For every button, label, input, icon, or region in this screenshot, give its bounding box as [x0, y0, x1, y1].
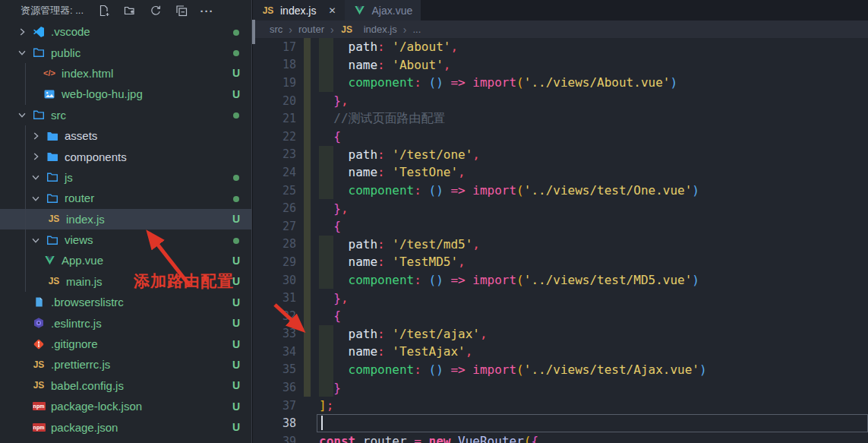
code-line-33[interactable]: 33 path: '/test/ajax',: [253, 325, 868, 343]
more-button[interactable]: ···: [200, 5, 213, 17]
editor-tabs: JSindex.js✕Ajax.vue: [253, 0, 868, 21]
code-line-34[interactable]: 34 name: 'TestAjax',: [253, 343, 868, 361]
tree-item-label: components: [65, 150, 127, 163]
image-icon: [43, 87, 56, 101]
code-line-29[interactable]: 29 name: 'TestMD5',: [253, 253, 868, 271]
chevron-right-icon[interactable]: [15, 25, 29, 39]
tree-item-views[interactable]: views: [0, 229, 251, 250]
vscode-icon: [32, 25, 46, 39]
code-line-17[interactable]: 17 path: '/about',: [253, 38, 868, 56]
tab-index.js[interactable]: JSindex.js✕: [253, 0, 345, 21]
folder-open-icon: [46, 191, 59, 205]
sidebar-scrollbar-thumb[interactable]: [252, 20, 255, 44]
tab-label: index.js: [280, 5, 316, 17]
chevron-down-icon[interactable]: [29, 233, 43, 247]
code-line-28[interactable]: 28 path: '/test/md5',: [253, 236, 868, 254]
code-line-32[interactable]: 32 {: [253, 307, 868, 325]
tree-item-src[interactable]: src: [0, 105, 251, 125]
code-area[interactable]: 17 path: '/about',18 name: 'About',19 co…: [253, 38, 868, 443]
tree-item-label: babel.config.js: [51, 379, 124, 392]
tree-item-web-logo-hu.jpg[interactable]: web-logo-hu.jpgU: [0, 84, 251, 104]
code-line-24[interactable]: 24 name: 'TestOne',: [253, 163, 868, 182]
tree-item-App.vue[interactable]: App.vueU: [0, 250, 251, 271]
folder-icon: [46, 129, 59, 143]
untracked-badge: U: [228, 420, 245, 434]
tree-item-index.js[interactable]: JSindex.jsU: [0, 209, 251, 229]
code-line-26[interactable]: 26 },: [253, 199, 868, 217]
tree-item-.browserslistrc[interactable]: .browserslistrcU: [0, 292, 251, 312]
chevron-down-icon[interactable]: [29, 170, 43, 184]
code-line-23[interactable]: 23 path: '/test/one',: [253, 146, 868, 164]
code-line-37[interactable]: 37];: [253, 397, 868, 415]
breadcrumb-item-router[interactable]: router: [298, 24, 324, 35]
collapse-all-button[interactable]: [175, 5, 188, 17]
code-line-31[interactable]: 31 },: [253, 289, 868, 307]
close-icon[interactable]: ✕: [328, 5, 336, 16]
indent-highlight: [319, 236, 333, 254]
tree-item-.prettierrc.js[interactable]: JS.prettierrc.jsU: [0, 354, 251, 375]
breadcrumb-item-src[interactable]: src: [270, 24, 282, 35]
code-line-19[interactable]: 19 component: () => import('../views/Abo…: [253, 74, 868, 92]
vue-icon: [43, 254, 56, 267]
code-text: {: [319, 129, 341, 144]
tree-item-package-lock.json[interactable]: npmpackage-lock.jsonU: [0, 396, 251, 416]
untracked-badge: U: [228, 400, 245, 413]
chevron-right-icon[interactable]: [29, 150, 43, 163]
tree-item-main.js[interactable]: JSmain.jsU: [0, 271, 251, 292]
tree-item-label: package-lock.json: [51, 400, 142, 413]
code-line-25[interactable]: 25 component: () => import('../views/tes…: [253, 182, 868, 200]
code-text: name: 'About',: [319, 58, 450, 72]
code-text: {: [319, 309, 341, 323]
tree-item-.gitignore[interactable]: .gitignoreU: [0, 334, 251, 354]
tab-Ajax.vue[interactable]: Ajax.vue: [345, 0, 421, 21]
folder-icon: [46, 150, 59, 163]
tree-item-js[interactable]: js: [0, 167, 251, 188]
tree-item-babel.config.js[interactable]: JSbabel.config.jsU: [0, 375, 251, 396]
untracked-badge: U: [228, 358, 245, 372]
gutter-added-marker: [304, 92, 311, 110]
code-line-22[interactable]: 22 {: [253, 128, 868, 146]
refresh-button[interactable]: [149, 5, 162, 17]
code-line-35[interactable]: 35 component: () => import('../views/tes…: [253, 361, 868, 379]
untracked-badge: U: [228, 66, 245, 80]
tree-item-router[interactable]: router: [0, 188, 251, 208]
indent-highlight: [319, 182, 333, 200]
explorer-actions: ···: [97, 5, 213, 17]
chevron-down-icon[interactable]: [29, 191, 43, 205]
new-folder-button[interactable]: [123, 5, 136, 17]
tree-item-.vscode[interactable]: .vscode: [0, 21, 251, 42]
tree-item-index.html[interactable]: </>index.htmlU: [0, 63, 251, 84]
code-line-20[interactable]: 20 },: [253, 92, 868, 110]
line-number: 18: [253, 58, 296, 71]
code-text: path: '/test/ajax',: [319, 327, 488, 341]
chevron-right-icon[interactable]: [29, 129, 43, 143]
code-line-21[interactable]: 21 //测试页面路由配置: [253, 109, 868, 128]
breadcrumb-separator: ›: [289, 24, 292, 36]
tree-item-label: web-logo-hu.jpg: [62, 87, 143, 100]
code-line-36[interactable]: 36 }: [253, 378, 868, 397]
new-file-button[interactable]: [97, 5, 110, 17]
code-line-18[interactable]: 18 name: 'About',: [253, 56, 868, 74]
code-line-38[interactable]: 38: [253, 414, 868, 432]
tree-item-package.json[interactable]: npmpackage.jsonU: [0, 416, 251, 437]
breadcrumb: src›router›JSindex.js›...: [253, 21, 868, 38]
line-number: 19: [253, 76, 296, 90]
breadcrumb-label: router: [298, 24, 324, 35]
line-number: 17: [253, 40, 296, 54]
tree-indent-guide: [25, 63, 26, 105]
changes-dot-badge: [228, 108, 245, 122]
gutter-added-marker: [304, 128, 311, 146]
breadcrumb-item-index.js[interactable]: JSindex.js: [340, 23, 397, 36]
code-line-27[interactable]: 27 {: [253, 217, 868, 236]
indent-highlight: [319, 74, 333, 92]
chevron-down-icon[interactable]: [15, 46, 29, 59]
breadcrumb-item-...[interactable]: ...: [412, 24, 421, 35]
tree-item-public[interactable]: public: [0, 42, 251, 62]
tree-item-components[interactable]: components: [0, 146, 251, 166]
code-line-39[interactable]: 39const router = new VueRouter({: [253, 432, 868, 443]
tree-item-assets[interactable]: assets: [0, 125, 251, 146]
chevron-down-icon[interactable]: [15, 108, 29, 122]
code-text: name: 'TestAjax',: [319, 344, 472, 359]
code-line-30[interactable]: 30 component: () => import('../views/tes…: [253, 271, 868, 290]
tree-item-.eslintrc.js[interactable]: .eslintrc.jsU: [0, 312, 251, 333]
